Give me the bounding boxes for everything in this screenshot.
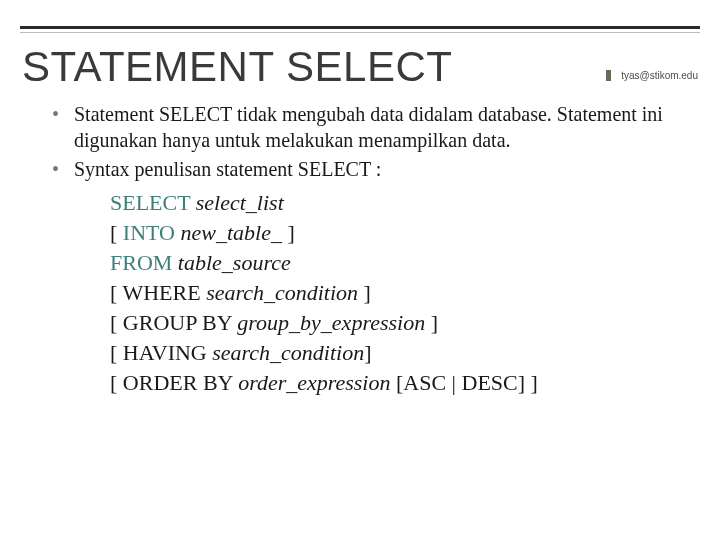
keyword-where: WHERE [122, 280, 206, 305]
keyword-into: INTO [123, 220, 181, 245]
bracket: [ [110, 310, 123, 335]
syntax-line: [ WHERE search_condition ] [110, 278, 668, 308]
bracket: ] [364, 280, 371, 305]
top-rule-dark [20, 26, 700, 29]
bullet-list: Statement SELECT tidak mengubah data did… [52, 101, 668, 182]
keyword-having: HAVING [123, 340, 212, 365]
slide-header: STATEMENT SELECT tyas@stikom.edu [0, 33, 720, 93]
slide-body: Statement SELECT tidak mengubah data did… [0, 93, 720, 398]
bracket: ] [364, 340, 371, 365]
keyword-orderby: ORDER BY [123, 370, 238, 395]
email-text: tyas@stikom.edu [621, 70, 698, 81]
keyword-from: FROM [110, 250, 178, 275]
syntax-block: SELECT select_list [ INTO new_table_ ] F… [110, 188, 668, 397]
bullet-item: Syntax penulisan statement SELECT : [52, 156, 668, 182]
placeholder: order_expression [238, 370, 396, 395]
keyword-select: SELECT [110, 190, 196, 215]
bracket: [ [110, 280, 122, 305]
bracket: [ [110, 340, 123, 365]
placeholder: search_condition [212, 340, 364, 365]
keyword-groupby: GROUP BY [123, 310, 238, 335]
syntax-line: [ HAVING search_condition] [110, 338, 668, 368]
bracket: ] [287, 220, 294, 245]
syntax-line: [ INTO new_table_ ] [110, 218, 668, 248]
placeholder: table_source [178, 250, 291, 275]
email-block: tyas@stikom.edu [606, 70, 698, 81]
syntax-line: SELECT select_list [110, 188, 668, 218]
bullet-item: Statement SELECT tidak mengubah data did… [52, 101, 668, 154]
bracket: [ [110, 220, 123, 245]
syntax-line: FROM table_source [110, 248, 668, 278]
syntax-tail: [ASC | DESC] ] [396, 370, 538, 395]
placeholder: new_table_ [180, 220, 287, 245]
placeholder: select_list [196, 190, 284, 215]
bracket: ] [431, 310, 438, 335]
slide-title: STATEMENT SELECT [22, 43, 452, 91]
placeholder: search_condition [206, 280, 363, 305]
syntax-line: [ ORDER BY order_expression [ASC | DESC]… [110, 368, 668, 398]
placeholder: group_by_expression [237, 310, 430, 335]
bracket: [ [110, 370, 123, 395]
syntax-line: [ GROUP BY group_by_expression ] [110, 308, 668, 338]
